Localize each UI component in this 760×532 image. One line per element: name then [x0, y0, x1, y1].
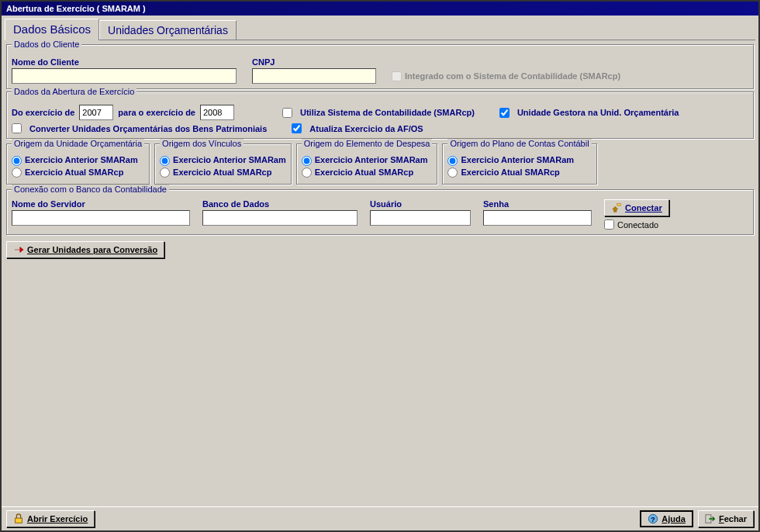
- senha-label: Senha: [483, 199, 592, 209]
- main-window: Abertura de Exercício ( SMARAM ) Dados B…: [0, 0, 760, 532]
- cnpj-label: CNPJ: [252, 57, 376, 67]
- origem-plano-atual-radio[interactable]: [447, 168, 458, 178]
- origem-plano-anterior-radio[interactable]: [447, 156, 458, 166]
- converter-unidades-label: Converter Unidades Orçamentárias dos Ben…: [29, 124, 267, 133]
- group-origem-vinculos: Origem dos Vínculos Exercicio Anterior S…: [154, 143, 292, 185]
- svg-rect-1: [16, 518, 22, 523]
- tab-unidades-orcamentarias[interactable]: Unidades Orçamentárias: [99, 20, 237, 40]
- svg-rect-0: [617, 204, 620, 206]
- lock-icon: [13, 513, 24, 524]
- group-origem-plano: Origem do Plano de Contas Contábil Exerc…: [442, 143, 596, 185]
- unidade-gestora-checkbox[interactable]: [499, 108, 510, 118]
- origens-row: Origem da Unidade Orçamentária Exercicio…: [6, 141, 754, 187]
- exit-icon: [705, 513, 716, 524]
- origem-vinculos-atual-radio[interactable]: [160, 168, 170, 178]
- abrir-exercicio-label: Abrir Exercício: [27, 514, 88, 523]
- do-exercicio-label: Do exercício de: [12, 108, 74, 117]
- do-exercicio-input[interactable]: [79, 105, 113, 120]
- cnpj-input[interactable]: [252, 68, 376, 84]
- content-area: Dados do Cliente Nome do Cliente CNPJ In…: [2, 40, 758, 506]
- usuario-label: Usuário: [370, 199, 471, 209]
- converter-unidades-checkbox[interactable]: [12, 123, 22, 133]
- senha-input[interactable]: [483, 210, 592, 226]
- origem-unidade-anterior-label: Exercicio Anterior SMARam: [25, 155, 138, 164]
- origem-vinculos-atual-label: Exercicio Atual SMARcp: [173, 168, 271, 177]
- origem-elemento-anterior-radio[interactable]: [302, 156, 312, 166]
- help-icon: ?: [648, 513, 658, 524]
- banco-label: Banco de Dados: [202, 199, 358, 209]
- group-dados-cliente-title: Dados do Cliente: [12, 40, 81, 49]
- servidor-input[interactable]: [12, 210, 190, 226]
- para-exercicio-input[interactable]: [200, 105, 234, 120]
- origem-vinculos-anterior-label: Exercicio Anterior SMARam: [173, 155, 286, 164]
- usuario-input[interactable]: [370, 210, 471, 226]
- group-dados-cliente: Dados do Cliente Nome do Cliente CNPJ In…: [6, 44, 754, 89]
- abrir-exercicio-button[interactable]: Abrir Exercício: [6, 510, 95, 527]
- origem-plano-anterior-label: Exercicio Anterior SMARam: [461, 155, 574, 164]
- utiliza-contab-label: Utiliza Sistema de Contabilidade (SMARcp…: [300, 108, 475, 117]
- integrado-checkbox: [392, 71, 402, 81]
- origem-vinculos-title: Origem dos Vínculos: [160, 139, 244, 148]
- fechar-label-rest: echar: [724, 514, 747, 523]
- origem-elemento-atual-radio[interactable]: [302, 168, 312, 178]
- origem-plano-atual-label: Exercicio Atual SMARcp: [461, 168, 559, 177]
- ajuda-label: Ajuda: [662, 514, 686, 523]
- conectado-checkbox[interactable]: [604, 219, 614, 230]
- origem-unidade-title: Origem da Unidade Orçamentária: [12, 139, 144, 148]
- group-abertura: Dados da Abertura de Exercício Do exercí…: [6, 92, 754, 139]
- atualiza-af-label: Atualiza Exercicio da AF/OS: [309, 124, 423, 133]
- svg-text:?: ?: [651, 516, 655, 523]
- group-abertura-title: Dados da Abertura de Exercício: [12, 87, 136, 96]
- group-conexao: Conexão com o Banco da Contabilidade Nom…: [6, 189, 754, 235]
- origem-plano-title: Origem do Plano de Contas Contábil: [447, 139, 591, 148]
- integrado-label: Integrado com o Sistema de Contabilidade…: [405, 71, 620, 81]
- utiliza-contab-checkbox[interactable]: [282, 108, 292, 118]
- arrow-right-icon: [13, 244, 24, 255]
- banco-input[interactable]: [202, 210, 358, 226]
- window-title: Abertura de Exercício ( SMARAM ): [2, 2, 758, 16]
- ajuda-button[interactable]: ? Ajuda: [640, 510, 693, 527]
- nome-cliente-label: Nome do Cliente: [12, 57, 237, 67]
- conectar-button[interactable]: Conectar: [604, 199, 669, 216]
- conectar-label: Conectar: [625, 203, 662, 212]
- gerar-unidades-label: Gerar Unidades para Conversão: [27, 245, 157, 254]
- fechar-button[interactable]: Fechar: [698, 510, 754, 527]
- gerar-unidades-button[interactable]: Gerar Unidades para Conversão: [6, 241, 164, 258]
- conectado-label: Conectado: [617, 220, 658, 230]
- nome-cliente-input[interactable]: [12, 68, 237, 84]
- group-origem-unidade: Origem da Unidade Orçamentária Exercicio…: [6, 143, 150, 185]
- para-exercicio-label: para o exercício de: [118, 108, 195, 117]
- tab-dados-basicos[interactable]: Dados Básicos: [5, 19, 99, 40]
- servidor-label: Nome do Servidor: [12, 199, 190, 209]
- origem-vinculos-anterior-radio[interactable]: [160, 156, 170, 166]
- origem-elemento-title: Origem do Elemento de Despesa: [302, 139, 433, 148]
- origem-elemento-atual-label: Exercicio Atual SMARcp: [315, 168, 413, 177]
- group-conexao-title: Conexão com o Banco da Contabilidade: [12, 185, 169, 194]
- atualiza-af-checkbox[interactable]: [292, 123, 302, 133]
- connect-icon: [611, 202, 622, 213]
- origem-unidade-atual-label: Exercicio Atual SMARcp: [25, 168, 123, 177]
- bottom-bar: Abrir Exercício ? Ajuda Fechar: [2, 506, 758, 530]
- unidade-gestora-label: Unidade Gestora na Unid. Orçamentária: [517, 108, 679, 117]
- origem-unidade-anterior-radio[interactable]: [12, 156, 22, 166]
- group-origem-elemento: Origem do Elemento de Despesa Exercicio …: [296, 143, 438, 185]
- origem-unidade-atual-radio[interactable]: [12, 168, 22, 178]
- tab-bar: Dados Básicos Unidades Orçamentárias: [5, 19, 755, 40]
- origem-elemento-anterior-label: Exercicio Anterior SMARam: [315, 155, 428, 164]
